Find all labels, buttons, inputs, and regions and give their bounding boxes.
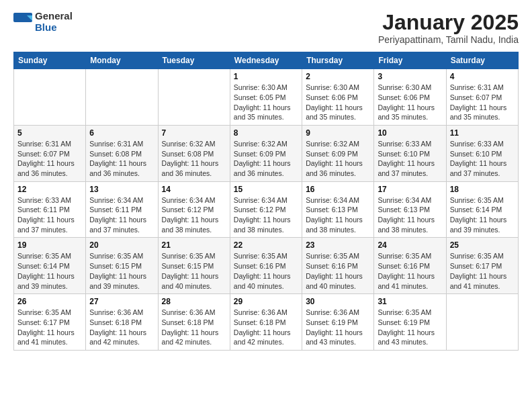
day-number: 21	[162, 240, 226, 250]
day-number: 19	[17, 240, 82, 250]
day-info: Sunrise: 6:35 AM Sunset: 6:14 PM Dayligh…	[17, 251, 82, 291]
day-number: 20	[89, 240, 154, 250]
logo-blue-text: Blue	[35, 22, 73, 34]
week-row-3: 19Sunrise: 6:35 AM Sunset: 6:14 PM Dayli…	[14, 238, 519, 294]
day-info: Sunrise: 6:34 AM Sunset: 6:13 PM Dayligh…	[378, 195, 442, 235]
day-info: Sunrise: 6:32 AM Sunset: 6:08 PM Dayligh…	[162, 139, 226, 179]
day-info: Sunrise: 6:33 AM Sunset: 6:10 PM Dayligh…	[378, 139, 442, 179]
header-sunday: Sunday	[14, 52, 86, 69]
day-info: Sunrise: 6:35 AM Sunset: 6:14 PM Dayligh…	[450, 195, 515, 235]
day-number: 7	[162, 128, 226, 138]
calendar-cell: 11Sunrise: 6:33 AM Sunset: 6:10 PM Dayli…	[446, 125, 518, 181]
day-number: 6	[89, 128, 154, 138]
header-tuesday: Tuesday	[158, 52, 230, 69]
calendar-cell: 30Sunrise: 6:36 AM Sunset: 6:19 PM Dayli…	[302, 294, 374, 351]
day-number: 8	[234, 128, 298, 138]
day-info: Sunrise: 6:36 AM Sunset: 6:18 PM Dayligh…	[234, 308, 298, 347]
calendar-cell: 2Sunrise: 6:30 AM Sunset: 6:06 PM Daylig…	[302, 69, 374, 126]
week-row-2: 12Sunrise: 6:33 AM Sunset: 6:11 PM Dayli…	[14, 181, 519, 238]
day-info: Sunrise: 6:33 AM Sunset: 6:11 PM Dayligh…	[17, 195, 82, 235]
calendar-cell: 10Sunrise: 6:33 AM Sunset: 6:10 PM Dayli…	[374, 125, 446, 181]
day-number: 13	[89, 185, 154, 194]
calendar-cell: 26Sunrise: 6:35 AM Sunset: 6:17 PM Dayli…	[14, 294, 86, 351]
day-number: 24	[378, 240, 442, 250]
day-info: Sunrise: 6:33 AM Sunset: 6:10 PM Dayligh…	[450, 139, 515, 179]
calendar-cell: 27Sunrise: 6:36 AM Sunset: 6:18 PM Dayli…	[86, 294, 158, 351]
calendar-cell: 1Sunrise: 6:30 AM Sunset: 6:05 PM Daylig…	[230, 69, 302, 126]
calendar-cell: 24Sunrise: 6:35 AM Sunset: 6:16 PM Dayli…	[374, 238, 446, 294]
day-number: 11	[450, 128, 515, 138]
calendar-cell: 21Sunrise: 6:35 AM Sunset: 6:15 PM Dayli…	[158, 238, 230, 294]
day-number: 28	[162, 297, 226, 306]
day-info: Sunrise: 6:35 AM Sunset: 6:19 PM Dayligh…	[378, 308, 442, 347]
calendar-cell: 23Sunrise: 6:35 AM Sunset: 6:16 PM Dayli…	[302, 238, 374, 294]
calendar-cell: 9Sunrise: 6:32 AM Sunset: 6:09 PM Daylig…	[302, 125, 374, 181]
week-row-4: 26Sunrise: 6:35 AM Sunset: 6:17 PM Dayli…	[14, 294, 519, 351]
month-title: January 2025	[378, 11, 519, 34]
header-wednesday: Wednesday	[230, 52, 302, 69]
calendar-cell: 18Sunrise: 6:35 AM Sunset: 6:14 PM Dayli…	[446, 181, 518, 238]
day-number: 5	[17, 128, 82, 138]
day-number: 22	[234, 240, 298, 250]
calendar-cell: 13Sunrise: 6:34 AM Sunset: 6:11 PM Dayli…	[86, 181, 158, 238]
day-info: Sunrise: 6:35 AM Sunset: 6:16 PM Dayligh…	[306, 251, 370, 291]
day-number: 16	[306, 185, 370, 194]
day-number: 2	[306, 72, 370, 81]
calendar-cell: 15Sunrise: 6:34 AM Sunset: 6:12 PM Dayli…	[230, 181, 302, 238]
logo: General Blue	[13, 11, 73, 33]
calendar-cell: 3Sunrise: 6:30 AM Sunset: 6:06 PM Daylig…	[374, 69, 446, 126]
day-info: Sunrise: 6:34 AM Sunset: 6:12 PM Dayligh…	[234, 195, 298, 235]
day-info: Sunrise: 6:30 AM Sunset: 6:06 PM Dayligh…	[306, 83, 370, 122]
day-number: 14	[162, 185, 226, 194]
calendar-cell	[86, 69, 158, 126]
day-number: 26	[17, 297, 82, 306]
day-info: Sunrise: 6:31 AM Sunset: 6:08 PM Dayligh…	[89, 139, 154, 179]
day-info: Sunrise: 6:34 AM Sunset: 6:11 PM Dayligh…	[89, 195, 154, 235]
day-info: Sunrise: 6:30 AM Sunset: 6:05 PM Dayligh…	[234, 83, 298, 122]
day-number: 27	[89, 297, 154, 306]
day-info: Sunrise: 6:35 AM Sunset: 6:17 PM Dayligh…	[17, 308, 82, 347]
day-info: Sunrise: 6:34 AM Sunset: 6:13 PM Dayligh…	[306, 195, 370, 235]
header-saturday: Saturday	[446, 52, 518, 69]
day-number: 23	[306, 240, 370, 250]
calendar-cell	[14, 69, 86, 126]
day-info: Sunrise: 6:34 AM Sunset: 6:12 PM Dayligh…	[162, 195, 226, 235]
logo-icon	[13, 13, 32, 32]
header-thursday: Thursday	[302, 52, 374, 69]
calendar-cell	[158, 69, 230, 126]
calendar-cell: 8Sunrise: 6:32 AM Sunset: 6:09 PM Daylig…	[230, 125, 302, 181]
day-number: 9	[306, 128, 370, 138]
calendar-cell: 28Sunrise: 6:36 AM Sunset: 6:18 PM Dayli…	[158, 294, 230, 351]
calendar-cell: 17Sunrise: 6:34 AM Sunset: 6:13 PM Dayli…	[374, 181, 446, 238]
header-monday: Monday	[86, 52, 158, 69]
day-info: Sunrise: 6:36 AM Sunset: 6:19 PM Dayligh…	[306, 308, 370, 347]
day-info: Sunrise: 6:35 AM Sunset: 6:17 PM Dayligh…	[450, 251, 515, 291]
day-info: Sunrise: 6:35 AM Sunset: 6:16 PM Dayligh…	[234, 251, 298, 291]
day-number: 10	[378, 128, 442, 138]
calendar-cell: 31Sunrise: 6:35 AM Sunset: 6:19 PM Dayli…	[374, 294, 446, 351]
calendar-cell: 22Sunrise: 6:35 AM Sunset: 6:16 PM Dayli…	[230, 238, 302, 294]
calendar-cell: 12Sunrise: 6:33 AM Sunset: 6:11 PM Dayli…	[14, 181, 86, 238]
logo-general-text: General	[35, 11, 73, 22]
calendar-cell: 4Sunrise: 6:31 AM Sunset: 6:07 PM Daylig…	[446, 69, 518, 126]
day-info: Sunrise: 6:30 AM Sunset: 6:06 PM Dayligh…	[378, 83, 442, 122]
day-number: 3	[378, 72, 442, 81]
day-number: 17	[378, 185, 442, 194]
calendar-cell: 19Sunrise: 6:35 AM Sunset: 6:14 PM Dayli…	[14, 238, 86, 294]
day-info: Sunrise: 6:35 AM Sunset: 6:16 PM Dayligh…	[378, 251, 442, 291]
calendar-cell: 20Sunrise: 6:35 AM Sunset: 6:15 PM Dayli…	[86, 238, 158, 294]
day-number: 30	[306, 297, 370, 306]
calendar-cell: 6Sunrise: 6:31 AM Sunset: 6:08 PM Daylig…	[86, 125, 158, 181]
svg-rect-1	[13, 22, 32, 32]
day-info: Sunrise: 6:32 AM Sunset: 6:09 PM Dayligh…	[306, 139, 370, 179]
day-number: 12	[17, 185, 82, 194]
week-row-1: 5Sunrise: 6:31 AM Sunset: 6:07 PM Daylig…	[14, 125, 519, 181]
day-number: 29	[234, 297, 298, 306]
day-info: Sunrise: 6:35 AM Sunset: 6:15 PM Dayligh…	[162, 251, 226, 291]
day-number: 25	[450, 240, 515, 250]
location-subtitle: Periyapattinam, Tamil Nadu, India	[378, 34, 519, 45]
week-row-0: 1Sunrise: 6:30 AM Sunset: 6:05 PM Daylig…	[14, 69, 519, 126]
day-info: Sunrise: 6:32 AM Sunset: 6:09 PM Dayligh…	[234, 139, 298, 179]
day-info: Sunrise: 6:31 AM Sunset: 6:07 PM Dayligh…	[17, 139, 82, 179]
day-number: 18	[450, 185, 515, 194]
